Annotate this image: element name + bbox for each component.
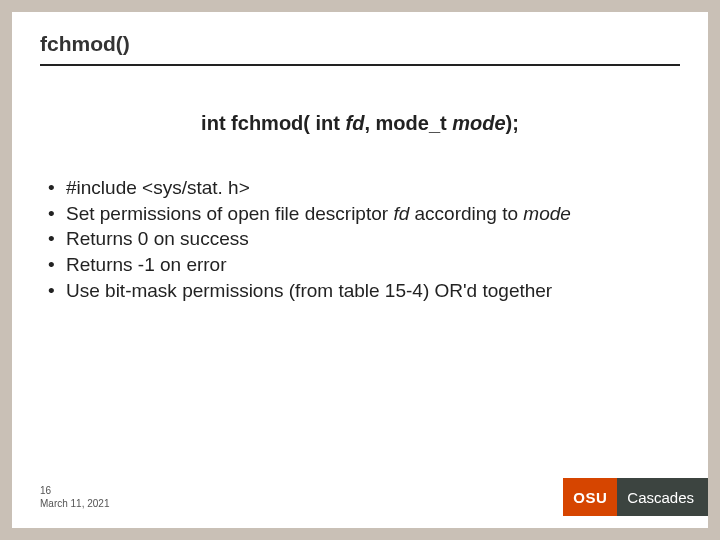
slide-title: fchmod() — [40, 32, 680, 56]
bullet-text: Returns -1 on error — [66, 254, 227, 275]
bullet-em-mode: mode — [523, 203, 571, 224]
slide-body: fchmod() int fchmod( int fd, mode_t mode… — [12, 12, 708, 528]
bullet-list: #include <sys/stat. h> Set permissions o… — [40, 175, 680, 303]
bullet-em-fd: fd — [393, 203, 409, 224]
bullet-text: #include <sys/stat. h> — [66, 177, 250, 198]
list-item: Use bit-mask permissions (from table 15-… — [48, 278, 680, 304]
page-number: 16 — [40, 484, 110, 497]
list-item: #include <sys/stat. h> — [48, 175, 680, 201]
sig-arg-fd: fd — [346, 112, 365, 134]
bullet-text-pre: Set permissions of open file descriptor — [66, 203, 393, 224]
logo-brand: OSU — [563, 478, 617, 516]
sig-suffix: ); — [506, 112, 519, 134]
osu-cascades-logo: OSU Cascades — [563, 478, 708, 516]
sig-mid: , mode_t — [364, 112, 452, 134]
logo-campus: Cascades — [617, 478, 708, 516]
bullet-text: Use bit-mask permissions (from table 15-… — [66, 280, 552, 301]
list-item: Returns 0 on success — [48, 226, 680, 252]
footer-date: March 11, 2021 — [40, 497, 110, 510]
sig-arg-mode: mode — [452, 112, 505, 134]
list-item: Set permissions of open file descriptor … — [48, 201, 680, 227]
list-item: Returns -1 on error — [48, 252, 680, 278]
slide-frame: fchmod() int fchmod( int fd, mode_t mode… — [0, 0, 720, 540]
sig-prefix: int fchmod( int — [201, 112, 345, 134]
bullet-text: Returns 0 on success — [66, 228, 249, 249]
function-signature: int fchmod( int fd, mode_t mode); — [40, 112, 680, 135]
slide-footer: 16 March 11, 2021 — [40, 484, 110, 510]
bullet-text-mid: according to — [409, 203, 523, 224]
title-underline — [40, 64, 680, 66]
